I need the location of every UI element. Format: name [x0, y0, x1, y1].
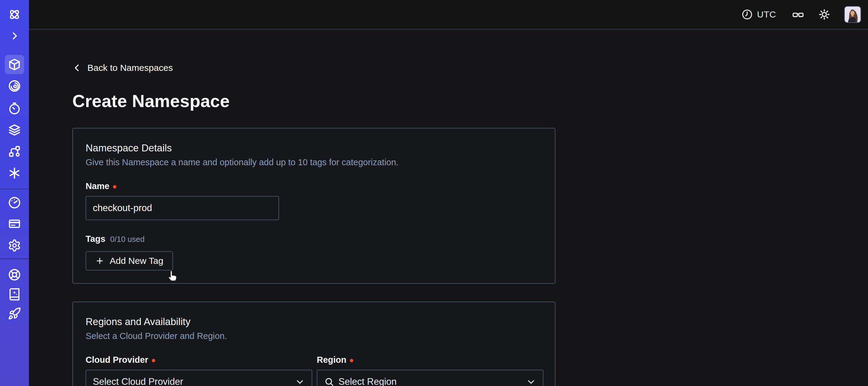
- timezone-label: UTC: [757, 9, 776, 20]
- card-subtitle: Give this Namespace a name and optionall…: [86, 157, 542, 167]
- cloud-provider-field: Cloud Provider Select Cloud Provider: [86, 341, 312, 386]
- timer-icon[interactable]: [5, 99, 24, 118]
- add-new-tag-label: Add New Tag: [110, 256, 163, 266]
- billing-card-icon[interactable]: [5, 214, 24, 233]
- namespaces-cube-icon[interactable]: [5, 55, 24, 74]
- required-indicator: [113, 185, 116, 188]
- docs-book-icon[interactable]: [5, 285, 24, 304]
- region-placeholder: Select Region: [338, 376, 397, 386]
- support-lifebuoy-icon[interactable]: [5, 265, 24, 285]
- search-icon: [324, 377, 334, 386]
- expand-chevron-icon[interactable]: [5, 26, 24, 46]
- iris-icon[interactable]: [5, 76, 24, 96]
- cloud-provider-select[interactable]: Select Cloud Provider: [86, 370, 312, 386]
- tags-label: Tags: [86, 234, 105, 244]
- required-indicator: [152, 359, 155, 362]
- settings-gear-icon[interactable]: [5, 236, 24, 255]
- back-chevron-icon: [72, 63, 82, 73]
- card-subtitle: Select a Cloud Provider and Region.: [86, 331, 542, 341]
- page-title: Create Namespace: [72, 91, 868, 111]
- card-title: Regions and Availability: [86, 316, 542, 327]
- sidebar-divider: [0, 259, 29, 259]
- required-indicator: [350, 359, 353, 362]
- tags-usage-count: 0/10 used: [110, 235, 145, 244]
- temporal-logo[interactable]: [5, 5, 24, 24]
- chevron-down-icon: [526, 377, 536, 386]
- timezone-selector[interactable]: UTC: [741, 9, 776, 20]
- layers-icon[interactable]: [5, 120, 24, 140]
- regions-availability-card: Regions and Availability Select a Cloud …: [72, 302, 555, 386]
- clock-icon: [741, 9, 753, 20]
- back-link-label: Back to Namespaces: [87, 63, 173, 73]
- cloud-provider-label: Cloud Provider: [86, 355, 148, 365]
- region-select[interactable]: Select Region: [317, 370, 544, 386]
- topbar: UTC: [29, 0, 868, 30]
- region-label: Region: [317, 355, 346, 365]
- usage-gauge-icon[interactable]: [5, 193, 24, 212]
- getting-started-rocket-icon[interactable]: [5, 304, 24, 323]
- cloud-provider-placeholder: Select Cloud Provider: [93, 376, 183, 386]
- region-field: Region Select Region: [317, 341, 544, 386]
- sidebar-nav: [0, 0, 29, 386]
- user-avatar[interactable]: [844, 6, 861, 23]
- namespace-name-input[interactable]: [86, 196, 279, 220]
- name-label: Name: [86, 181, 110, 191]
- sidebar-divider: [0, 189, 29, 189]
- add-new-tag-button[interactable]: Add New Tag: [86, 251, 173, 270]
- workflow-branch-icon[interactable]: [5, 142, 24, 161]
- back-to-namespaces-link[interactable]: Back to Namespaces: [72, 63, 173, 73]
- asterisk-icon[interactable]: [5, 164, 24, 183]
- namespace-details-card: Namespace Details Give this Namespace a …: [72, 128, 555, 284]
- light-theme-icon[interactable]: [818, 8, 830, 21]
- main-content: Back to Namespaces Create Namespace Name…: [29, 30, 868, 386]
- plus-icon: [95, 256, 104, 265]
- reader-glasses-icon[interactable]: [792, 8, 804, 21]
- chevron-down-icon: [295, 377, 305, 386]
- card-title: Namespace Details: [86, 142, 542, 154]
